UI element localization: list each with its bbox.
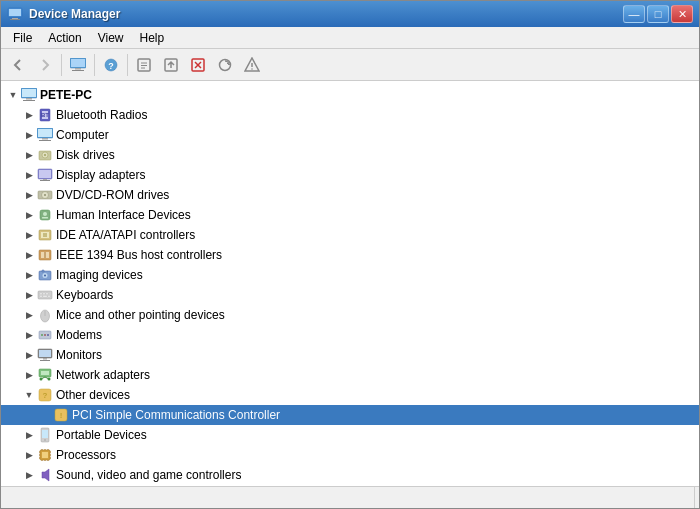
svg-rect-1 — [9, 9, 21, 16]
icon-portable — [37, 427, 53, 443]
menu-action[interactable]: Action — [40, 29, 89, 47]
svg-rect-55 — [42, 270, 44, 272]
expand-icon-bluetooth[interactable]: ▶ — [21, 107, 37, 123]
expand-icon-dvd[interactable]: ▶ — [21, 187, 37, 203]
menu-help[interactable]: Help — [132, 29, 173, 47]
svg-rect-44 — [42, 217, 48, 219]
minimize-button[interactable]: — — [623, 5, 645, 23]
icon-monitor — [37, 347, 53, 363]
svg-rect-62 — [48, 296, 50, 298]
expand-icon-monitors[interactable]: ▶ — [21, 347, 37, 363]
troubleshoot-button[interactable] — [239, 52, 265, 78]
svg-rect-38 — [40, 180, 50, 181]
tree-item-hid[interactable]: ▶ Human Interface Devices — [1, 205, 699, 225]
svg-rect-56 — [38, 291, 52, 299]
expand-icon-ieee[interactable]: ▶ — [21, 247, 37, 263]
svg-point-68 — [47, 334, 49, 336]
expand-icon-display[interactable]: ▶ — [21, 167, 37, 183]
title-bar: Device Manager — □ ✕ — [1, 1, 699, 27]
tree-item-keyboards-label: Keyboards — [56, 288, 113, 302]
expand-icon-root[interactable]: ▼ — [5, 87, 21, 103]
svg-rect-72 — [40, 360, 50, 361]
svg-rect-57 — [40, 293, 42, 295]
svg-rect-84 — [42, 430, 48, 438]
tree-item-ide[interactable]: ▶ IDE ATA/ATAPI controllers — [1, 225, 699, 245]
expand-icon-processors[interactable]: ▶ — [21, 447, 37, 463]
expand-icon-keyboards[interactable]: ▶ — [21, 287, 37, 303]
tree-item-sound[interactable]: ▶ Sound, video and game controllers — [1, 465, 699, 485]
update-driver-icon — [163, 57, 179, 73]
tree-item-pci[interactable]: ▶ ! PCI Simple Communications Controller — [1, 405, 699, 425]
troubleshoot-icon — [244, 57, 260, 73]
expand-icon-mice[interactable]: ▶ — [21, 307, 37, 323]
tree-item-monitors[interactable]: ▶ Monitors — [1, 345, 699, 365]
help-button[interactable]: ? — [98, 52, 124, 78]
icon-disk — [37, 147, 53, 163]
svg-point-85 — [44, 439, 46, 441]
main-area: ▼ PETE-PC ▶ — [1, 81, 699, 486]
expand-icon-other[interactable]: ▼ — [21, 387, 37, 403]
toolbar: ? — [1, 49, 699, 81]
expand-icon-ide[interactable]: ▶ — [21, 227, 37, 243]
tree-item-other[interactable]: ▼ ? Other devices — [1, 385, 699, 405]
computer-icon — [70, 58, 86, 72]
expand-icon-modems[interactable]: ▶ — [21, 327, 37, 343]
expand-icon-computer[interactable]: ▶ — [21, 127, 37, 143]
expand-icon-portable[interactable]: ▶ — [21, 427, 37, 443]
expand-icon-hid[interactable]: ▶ — [21, 207, 37, 223]
update-driver-button[interactable] — [158, 52, 184, 78]
icon-keyboard — [37, 287, 53, 303]
menu-file[interactable]: File — [5, 29, 40, 47]
expand-icon-sound[interactable]: ▶ — [21, 467, 37, 483]
tree-item-modems[interactable]: ▶ Modems — [1, 325, 699, 345]
tree-item-display[interactable]: ▶ Display adapters — [1, 165, 699, 185]
icon-ieee — [37, 247, 53, 263]
icon-display — [37, 167, 53, 183]
tree-item-hid-label: Human Interface Devices — [56, 208, 191, 222]
computer-button[interactable] — [65, 52, 91, 78]
uninstall-button[interactable] — [185, 52, 211, 78]
tree-item-portable[interactable]: ▶ Portable Devices — [1, 425, 699, 445]
svg-text:BT: BT — [41, 112, 49, 118]
title-bar-buttons: — □ ✕ — [623, 5, 693, 23]
close-button[interactable]: ✕ — [671, 5, 693, 23]
tree-item-ieee[interactable]: ▶ IEEE 1394 Bus host controllers — [1, 245, 699, 265]
tree-item-sound-label: Sound, video and game controllers — [56, 468, 241, 482]
svg-rect-71 — [43, 358, 47, 360]
svg-rect-3 — [10, 19, 20, 20]
device-tree[interactable]: ▼ PETE-PC ▶ — [1, 81, 699, 486]
icon-network — [37, 367, 53, 383]
svg-point-78 — [48, 378, 51, 381]
expand-icon-imaging[interactable]: ▶ — [21, 267, 37, 283]
svg-point-41 — [44, 194, 46, 196]
svg-rect-29 — [38, 129, 52, 137]
tree-item-computer[interactable]: ▶ Computer — [1, 125, 699, 145]
svg-point-77 — [40, 378, 43, 381]
expand-icon-disk[interactable]: ▶ — [21, 147, 37, 163]
expand-icon-network[interactable]: ▶ — [21, 367, 37, 383]
svg-rect-22 — [22, 89, 36, 97]
tree-item-keyboards[interactable]: ▶ Keyboards — [1, 285, 699, 305]
svg-rect-30 — [42, 138, 48, 140]
tree-item-dvd[interactable]: ▶ DVD/CD-ROM drives — [1, 185, 699, 205]
uninstall-icon — [190, 57, 206, 73]
tree-item-disk[interactable]: ▶ Disk drives — [1, 145, 699, 165]
forward-button[interactable] — [32, 52, 58, 78]
svg-point-66 — [41, 334, 43, 336]
tree-item-network[interactable]: ▶ Network adapters — [1, 365, 699, 385]
tree-item-portable-label: Portable Devices — [56, 428, 147, 442]
tree-item-root[interactable]: ▼ PETE-PC — [1, 85, 699, 105]
back-button[interactable] — [5, 52, 31, 78]
title-bar-left: Device Manager — [7, 6, 120, 22]
tree-item-imaging[interactable]: ▶ Imaging devices — [1, 265, 699, 285]
tree-item-processors[interactable]: ▶ — [1, 445, 699, 465]
status-bar — [1, 486, 699, 508]
scan-button[interactable] — [212, 52, 238, 78]
properties-button[interactable] — [131, 52, 157, 78]
menu-view[interactable]: View — [90, 29, 132, 47]
tree-item-bluetooth[interactable]: ▶ BT Bluetooth Radios — [1, 105, 699, 125]
svg-point-54 — [44, 275, 46, 277]
maximize-button[interactable]: □ — [647, 5, 669, 23]
svg-rect-61 — [43, 296, 47, 298]
tree-item-mice[interactable]: ▶ Mice and other pointing devices — [1, 305, 699, 325]
